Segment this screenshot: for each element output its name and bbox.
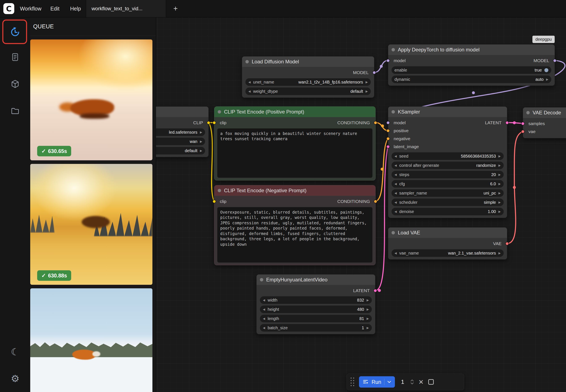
prev-option-icon[interactable]: ◀ [395, 164, 397, 167]
new-tab-button[interactable]: + [169, 0, 182, 17]
sampler-name-widget[interactable]: ◀ sampler_name uni_pc ▶ [392, 189, 504, 197]
load-vae-node[interactable]: Load VAE VAE ◀ vae_name wan_2.1_vae.safe… [388, 227, 507, 260]
prev-option-icon[interactable]: ◀ [395, 252, 397, 255]
workflow-tab[interactable]: workflow_text_to_vid... [86, 0, 166, 17]
sidebar-item-node-library[interactable] [5, 47, 26, 67]
prev-option-icon[interactable]: ◀ [395, 201, 397, 204]
menu-help[interactable]: Help [70, 0, 81, 17]
conditioning-output-port[interactable] [374, 200, 377, 203]
decrement-icon[interactable]: ◀ [263, 298, 265, 302]
clip-text-encode-positive-node[interactable]: CLIP Text Encode (Positive Prompt) clip … [214, 106, 376, 181]
run-button[interactable]: Run [359, 376, 395, 388]
queue-item-thumbnail[interactable]: ✓ 630.88s [30, 164, 152, 285]
collapse-dot[interactable] [392, 48, 395, 51]
node-header[interactable]: Apply DeepyTorch to diffusion model [388, 44, 555, 55]
increment-icon[interactable]: ▶ [367, 317, 369, 320]
increment-icon[interactable]: ▶ [367, 326, 369, 329]
model-output-port[interactable] [372, 71, 376, 74]
increment-icon[interactable]: ▶ [367, 298, 369, 302]
collapse-dot[interactable] [218, 110, 221, 113]
next-option-icon[interactable]: ▶ [200, 149, 202, 152]
next-option-icon[interactable]: ▶ [366, 80, 368, 84]
load-diffusion-model-node[interactable]: Load Diffusion Model MODEL ◀ unet_name w… [242, 56, 374, 98]
negative-prompt-textarea[interactable]: Overexposure, static, blurred details, s… [217, 207, 372, 263]
comfyui-logo[interactable]: C [3, 3, 14, 14]
batch-count-value[interactable]: 1 [399, 379, 406, 385]
latent-image-input-port[interactable] [386, 145, 390, 149]
node-header[interactable]: Load VAE [388, 227, 507, 238]
samples-input-port[interactable] [521, 122, 525, 126]
node-header[interactable]: CLIP Text Encode (Negative Prompt) [214, 185, 375, 196]
unet-name-widget[interactable]: ◀ unet_name wan2.1_t2v_14B_fp16.safetens… [245, 78, 371, 86]
control-after-generate-widget[interactable]: ◀ control after generate randomize ▶ [392, 162, 504, 169]
increment-icon[interactable]: ▶ [498, 210, 501, 213]
apply-deepytorch-node[interactable]: deepgpu Apply DeepyTorch to diffusion mo… [388, 44, 555, 86]
collapse-dot[interactable] [260, 278, 263, 281]
next-option-icon[interactable]: ▶ [200, 140, 202, 143]
toggle-knob[interactable] [544, 68, 548, 72]
collapse-dot[interactable] [392, 231, 395, 234]
length-widget[interactable]: ◀ length 81 ▶ [260, 315, 372, 322]
vae-output-port[interactable] [505, 242, 509, 246]
denoise-widget[interactable]: ◀ denoise 1.00 ▶ [392, 208, 504, 215]
decrement-icon[interactable]: ◀ [395, 210, 397, 213]
dynamic-widget[interactable]: dynamic auto ▶ [392, 76, 551, 83]
batch-count-stepper[interactable] [410, 379, 414, 384]
theme-toggle-moon-icon[interactable]: ☾ [5, 342, 26, 362]
decrement-icon[interactable]: ◀ [263, 317, 265, 320]
enable-toggle-widget[interactable]: enable true [392, 66, 551, 74]
decrement-icon[interactable]: ◀ [395, 154, 397, 158]
next-option-icon[interactable]: ▶ [498, 201, 501, 204]
cfg-widget[interactable]: ◀ cfg 6.0 ▶ [392, 180, 504, 188]
next-option-icon[interactable]: ▶ [498, 164, 501, 167]
decrement-icon[interactable]: ◀ [263, 326, 265, 329]
prev-option-icon[interactable]: ◀ [248, 80, 251, 84]
clip-input-port[interactable] [212, 121, 216, 125]
decrement-icon[interactable]: ◀ [395, 182, 397, 185]
seed-widget[interactable]: ◀ seed 585663684335353 ▶ [392, 152, 504, 160]
batch-size-widget[interactable]: ◀ batch_size 1 ▶ [260, 324, 372, 332]
node-header[interactable]: Load Diffusion Model [242, 56, 374, 67]
menu-edit[interactable]: Edit [50, 0, 59, 17]
vae-decode-node[interactable]: VAE Decode samples vae [523, 107, 566, 138]
sidebar-item-workflows[interactable] [5, 101, 26, 121]
decrement-icon[interactable]: ◀ [263, 308, 265, 311]
next-option-icon[interactable]: ▶ [200, 130, 202, 134]
positive-input-port[interactable] [386, 129, 390, 133]
queue-item-thumbnail[interactable]: ✓ 630.65s [30, 40, 152, 160]
latent-output-port[interactable] [373, 289, 377, 293]
decrement-icon[interactable]: ◀ [395, 173, 397, 176]
settings-gear-icon[interactable]: ⚙ [5, 368, 26, 389]
vae-name-widget[interactable]: ◀ vae_name wan_2.1_vae.safetensors ▶ [392, 249, 504, 257]
node-header[interactable]: KSampler [388, 107, 507, 117]
scheduler-widget[interactable]: ◀ scheduler simple ▶ [392, 198, 504, 206]
sidebar-item-model-library[interactable] [5, 74, 26, 94]
prev-option-icon[interactable]: ◀ [395, 191, 397, 195]
drag-handle-icon[interactable] [351, 378, 354, 386]
collapse-dot[interactable] [392, 110, 395, 113]
positive-prompt-textarea[interactable]: a fox moving quickly in a beautiful wint… [217, 128, 372, 178]
clip-text-encode-negative-node[interactable]: CLIP Text Encode (Negative Prompt) clip … [214, 185, 376, 265]
increment-icon[interactable]: ▶ [367, 308, 369, 311]
prev-option-icon[interactable]: ◀ [248, 90, 251, 93]
weight-dtype-widget[interactable]: ◀ weight_dtype default ▶ [245, 87, 371, 95]
clip-input-port[interactable] [212, 200, 216, 203]
width-widget[interactable]: ◀ width 832 ▶ [260, 296, 372, 304]
collapse-dot[interactable] [245, 60, 249, 63]
model-output-port[interactable] [553, 59, 557, 63]
menu-workflow[interactable]: Workflow [20, 0, 41, 17]
conditioning-output-port[interactable] [374, 121, 377, 125]
next-option-icon[interactable]: ▶ [498, 191, 501, 195]
collapse-dot[interactable] [218, 189, 221, 192]
vae-input-port[interactable] [521, 130, 525, 133]
increment-icon[interactable]: ▶ [498, 154, 501, 158]
increment-icon[interactable]: ▶ [498, 173, 501, 176]
cancel-button[interactable]: ✕ [418, 378, 424, 386]
height-widget[interactable]: ◀ height 480 ▶ [260, 306, 372, 313]
next-option-icon[interactable]: ▶ [498, 252, 501, 255]
model-input-port[interactable] [386, 121, 390, 125]
stop-button[interactable] [428, 379, 434, 385]
model-input-port[interactable] [386, 59, 390, 63]
next-option-icon[interactable]: ▶ [366, 90, 368, 93]
collapse-dot[interactable] [526, 111, 530, 114]
